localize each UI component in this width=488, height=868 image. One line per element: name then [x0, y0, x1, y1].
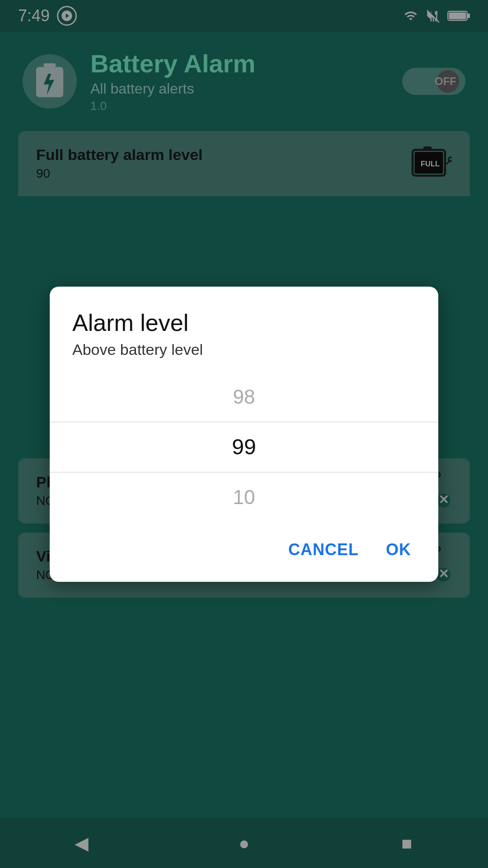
dialog-overlay: Alarm level Above battery level 98 99 10… [0, 0, 488, 868]
dialog-subtitle: Above battery level [72, 341, 416, 359]
picker-item-10[interactable]: 10 [50, 472, 438, 522]
number-picker[interactable]: 98 99 10 [50, 372, 438, 522]
picker-item-98[interactable]: 98 [50, 372, 438, 422]
dialog-buttons: CANCEL OK [50, 522, 438, 568]
alarm-level-dialog: Alarm level Above battery level 98 99 10… [50, 287, 438, 582]
dialog-title-area: Alarm level Above battery level [50, 309, 438, 372]
dialog-title: Alarm level [72, 309, 416, 336]
cancel-button[interactable]: CANCEL [284, 536, 363, 564]
ok-button[interactable]: OK [381, 536, 416, 564]
picker-item-99[interactable]: 99 [50, 422, 438, 472]
